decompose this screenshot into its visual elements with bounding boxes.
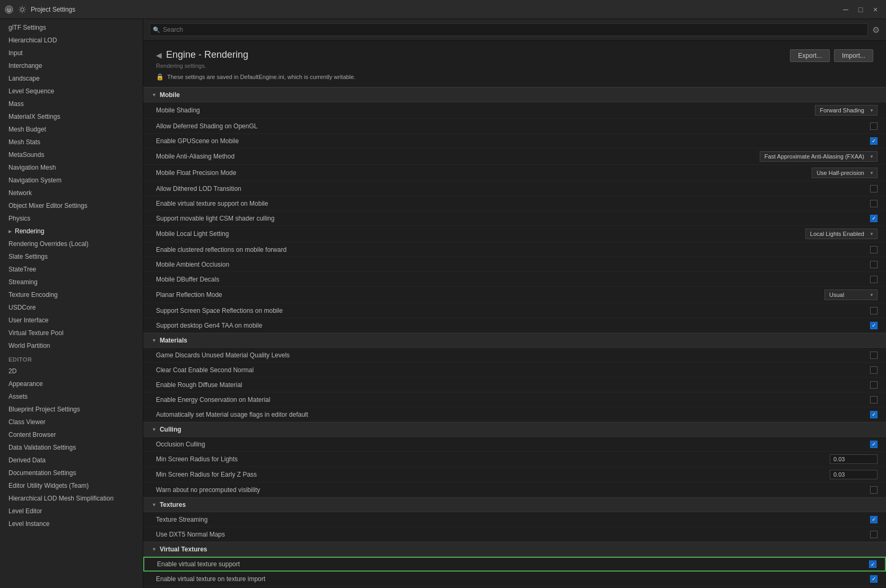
setting-control [814, 276, 878, 283]
texture-streaming-checkbox[interactable] [870, 516, 878, 523]
section-materials-label: Materials [160, 337, 187, 344]
sidebar-item-hierarchical-lod-mesh[interactable]: Hierarchical LOD Mesh Simplification [0, 492, 143, 505]
sidebar-item-appearance[interactable]: Appearance [0, 378, 143, 390]
min-screen-earlyz-input[interactable] [830, 470, 878, 479]
setting-control [814, 185, 878, 192]
min-screen-lights-input[interactable] [830, 454, 878, 464]
vt-on-import-checkbox[interactable] [870, 575, 878, 583]
sidebar-item-derived-data[interactable]: Derived Data [0, 454, 143, 467]
setting-label: Automatically set Material usage flags i… [156, 411, 814, 418]
dropdown-value: Local Lights Enabled [810, 231, 864, 237]
sidebar-item-object-mixer[interactable]: Object Mixer Editor Settings [0, 199, 143, 212]
deferred-shading-checkbox[interactable] [870, 122, 878, 130]
sidebar-item-slate-settings[interactable]: Slate Settings [0, 250, 143, 263]
sidebar-item-rendering[interactable]: Rendering [0, 225, 143, 238]
search-input[interactable] [150, 23, 868, 36]
sidebar-item-level-editor[interactable]: Level Editor [0, 505, 143, 517]
planar-reflection-dropdown[interactable]: Usual [824, 289, 878, 300]
setting-control: Forward Shading [814, 105, 878, 116]
section-materials-header[interactable]: ▼ Materials [143, 333, 886, 348]
ssr-mobile-checkbox[interactable] [870, 307, 878, 314]
sidebar-item-streaming[interactable]: Streaming [0, 276, 143, 288]
sidebar-item-materialx[interactable]: MaterialX Settings [0, 110, 143, 123]
section-culling-header[interactable]: ▼ Culling [143, 422, 886, 437]
sidebar-item-texture-encoding[interactable]: Texture Encoding [0, 288, 143, 301]
dithered-lod-checkbox[interactable] [870, 185, 878, 192]
sidebar-item-label: StateTree [8, 266, 36, 273]
csm-culling-checkbox[interactable] [870, 215, 878, 222]
setting-dxt5-normal: Use DXT5 Normal Maps [143, 527, 886, 542]
clear-coat-checkbox[interactable] [870, 366, 878, 374]
setting-label: Min Screen Radius for Early Z Pass [156, 471, 814, 478]
setting-clear-coat: Clear Coat Enable Second Normal [143, 363, 886, 378]
sidebar-item-rendering-overrides[interactable]: Rendering Overrides (Local) [0, 238, 143, 250]
sidebar-item-content-browser[interactable]: Content Browser [0, 428, 143, 441]
local-light-dropdown[interactable]: Local Lights Enabled [805, 229, 878, 239]
close-button[interactable]: × [869, 3, 882, 16]
sidebar-item-label: Mass [8, 100, 24, 108]
discard-unused-checkbox[interactable] [870, 352, 878, 359]
float-precision-dropdown[interactable]: Use Half-precision [812, 168, 878, 178]
section-textures-header[interactable]: ▼ Textures [143, 497, 886, 512]
occlusion-culling-checkbox[interactable] [870, 441, 878, 448]
main-layout: glTF Settings Hierarchical LOD Input Int… [0, 19, 886, 588]
sidebar-item-landscape[interactable]: Landscape [0, 72, 143, 85]
sidebar-item-level-instance[interactable]: Level Instance [0, 517, 143, 530]
rough-diffuse-checkbox[interactable] [870, 381, 878, 389]
sidebar-item-blueprint-project[interactable]: Blueprint Project Settings [0, 403, 143, 416]
mobile-shading-dropdown[interactable]: Forward Shading [815, 105, 878, 116]
gpuscene-checkbox[interactable] [870, 137, 878, 145]
sidebar-item-interchange[interactable]: Interchange [0, 59, 143, 72]
sidebar-item-level-sequence[interactable]: Level Sequence [0, 85, 143, 98]
sidebar-item-virtual-texture-pool[interactable]: Virtual Texture Pool [0, 327, 143, 339]
import-button[interactable]: Import... [834, 49, 873, 62]
minimize-button[interactable]: ─ [839, 3, 852, 16]
section-virtual-textures-header[interactable]: ▼ Virtual Textures [143, 542, 886, 557]
clustered-reflections-checkbox[interactable] [870, 246, 878, 253]
setting-label: Support movable light CSM shader culling [156, 215, 814, 222]
sidebar-item-data-validation[interactable]: Data Validation Settings [0, 441, 143, 454]
section-textures-arrow: ▼ [152, 502, 157, 507]
gen4-taa-checkbox[interactable] [870, 322, 878, 329]
sidebar-item-input[interactable]: Input [0, 47, 143, 59]
sidebar-item-metasounds[interactable]: MetaSounds [0, 148, 143, 161]
sidebar-item-mesh-stats[interactable]: Mesh Stats [0, 136, 143, 148]
sidebar-item-class-viewer[interactable]: Class Viewer [0, 416, 143, 428]
sidebar-item-2d[interactable]: 2D [0, 365, 143, 378]
sidebar-item-mesh-budget[interactable]: Mesh Budget [0, 123, 143, 136]
section-mobile-header[interactable]: ▼ Mobile [143, 87, 886, 102]
sidebar-item-documentation-settings[interactable]: Documentation Settings [0, 467, 143, 479]
setting-clustered-reflections: Enable clustered reflections on mobile f… [143, 242, 886, 257]
sidebar-item-user-interface[interactable]: User Interface [0, 314, 143, 327]
vt-mobile-checkbox[interactable] [870, 200, 878, 207]
sidebar-item-statetree[interactable]: StateTree [0, 263, 143, 276]
sidebar-item-mass[interactable]: Mass [0, 98, 143, 110]
energy-conservation-checkbox[interactable] [870, 396, 878, 403]
sidebar-item-navigation-mesh[interactable]: Navigation Mesh [0, 161, 143, 174]
sidebar-item-world-partition[interactable]: World Partition [0, 339, 143, 352]
sidebar-item-hierarchical-lod[interactable]: Hierarchical LOD [0, 34, 143, 47]
sidebar-item-label: Hierarchical LOD [8, 37, 57, 44]
export-button[interactable]: Export... [790, 49, 830, 62]
sidebar-item-navigation-system[interactable]: Navigation System [0, 174, 143, 187]
sidebar-item-usdcore[interactable]: USDCore [0, 301, 143, 314]
sidebar-item-physics[interactable]: Physics [0, 212, 143, 225]
anti-aliasing-dropdown[interactable]: Fast Approximate Anti-Aliasing (FXAA) [760, 151, 878, 162]
sidebar-item-editor-utility-widgets[interactable]: Editor Utility Widgets (Team) [0, 479, 143, 492]
enable-vt-checkbox[interactable] [869, 560, 876, 568]
auto-material-flags-checkbox[interactable] [870, 411, 878, 418]
sidebar-item-label: Network [8, 189, 32, 197]
sidebar-item-gltf[interactable]: glTF Settings [0, 21, 143, 34]
precomputed-visibility-checkbox[interactable] [870, 486, 878, 494]
setting-rough-diffuse: Enable Rough Diffuse Material [143, 378, 886, 392]
sidebar-item-assets[interactable]: Assets [0, 390, 143, 403]
dxt5-normal-checkbox[interactable] [870, 531, 878, 538]
dbuffer-decals-checkbox[interactable] [870, 276, 878, 283]
settings-gear-icon[interactable]: ⚙ [872, 25, 880, 35]
mobile-ao-checkbox[interactable] [870, 261, 878, 268]
sidebar-item-label: USDCore [8, 304, 36, 311]
sidebar-item-label: Mesh Budget [8, 126, 46, 133]
setting-vt-mobile: Enable virtual texture support on Mobile [143, 196, 886, 211]
maximize-button[interactable]: □ [854, 3, 867, 16]
sidebar-item-network[interactable]: Network [0, 187, 143, 199]
